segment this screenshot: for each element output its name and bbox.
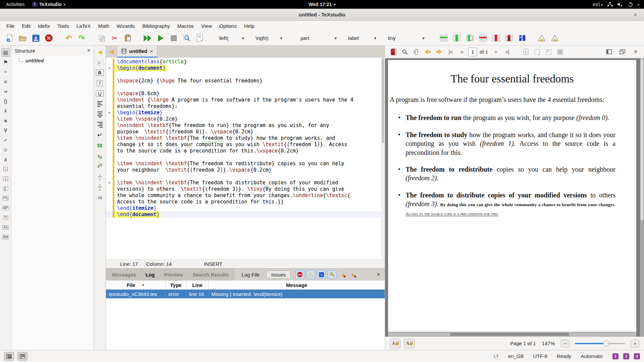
pdf-forward-icon[interactable] xyxy=(434,47,444,57)
bookmark-1-button[interactable]: 1 xyxy=(612,353,619,359)
previous-error-button[interactable]: ◀ xyxy=(338,270,347,279)
slider-thumb[interactable] xyxy=(603,341,609,347)
tikz-icon[interactable]: TI xyxy=(1,214,10,222)
pdf-view-area[interactable]: The four essential freedoms A program is… xyxy=(385,58,644,337)
window-close-button[interactable]: × xyxy=(631,11,639,19)
code-line[interactable] xyxy=(106,71,385,78)
pdf-document-icon[interactable] xyxy=(388,47,398,57)
pdf-close-button[interactable]: × xyxy=(631,47,641,57)
operators-icon[interactable]: ∀ xyxy=(1,126,10,134)
sqrt-icon[interactable]: √x xyxy=(95,193,105,202)
save-button[interactable] xyxy=(30,33,42,44)
show-markers-toggle[interactable] xyxy=(328,270,336,279)
previous-document-icon[interactable]: ◀ xyxy=(106,46,117,58)
code-line[interactable]: \hspace{2cm} {\huge The four essential f… xyxy=(106,78,385,84)
fold-marker-icon[interactable]: ▼ xyxy=(106,180,113,186)
greek-letters-icon[interactable]: λ xyxy=(1,107,10,115)
accents-icon[interactable]: á xyxy=(1,155,10,164)
align-center-icon[interactable] xyxy=(95,110,105,119)
code-line[interactable]: \end{document} xyxy=(106,212,385,218)
superscript-icon[interactable]: x xyxy=(95,162,105,171)
arrows-icon[interactable]: ⇒ xyxy=(1,87,10,96)
bookmark-3-button[interactable]: 3 xyxy=(634,353,640,359)
next-page-icon[interactable]: » xyxy=(491,47,501,57)
code-line[interactable]: your neighbour \textit{(freedom 2)}.\vsp… xyxy=(106,167,385,173)
align-table-columns-button[interactable] xyxy=(516,33,528,44)
menu-item-math[interactable]: Math xyxy=(94,22,113,30)
close-file-button[interactable] xyxy=(43,33,55,44)
bookmark-2-button[interactable]: 2 xyxy=(623,353,629,359)
math-mode-icon[interactable]: $$ xyxy=(95,141,105,150)
code-line[interactable]: ▼\begin{itemize} xyxy=(106,110,385,116)
encoding-selector[interactable]: UTF-8 xyxy=(533,353,547,359)
previous-page-icon[interactable]: « xyxy=(457,47,467,57)
languagetool-status[interactable]: LT xyxy=(494,354,499,359)
italic-icon[interactable]: I xyxy=(95,79,105,87)
structure-root-item[interactable]: untitled xyxy=(17,58,94,63)
pstricks-icon[interactable]: PS xyxy=(1,194,10,202)
special-symbols-icon[interactable]: ∗ xyxy=(1,175,10,183)
left-delimiter-combo[interactable]: \left(▼ xyxy=(215,33,248,43)
activities-button[interactable]: Activities xyxy=(3,1,27,8)
code-line[interactable]: Access to the source code is a precondit… xyxy=(106,199,385,205)
language-selector[interactable]: en_GB xyxy=(508,353,524,359)
code-line[interactable]: versions} to others \textit{(freedom 3)}… xyxy=(106,186,385,192)
open-file-button[interactable] xyxy=(16,33,29,44)
volume-muted-icon[interactable] xyxy=(618,2,623,7)
zoom-in-button[interactable]: + xyxy=(631,340,639,348)
code-line[interactable]: \end{itemize} xyxy=(106,205,385,212)
metapost-icon[interactable]: MP xyxy=(1,204,10,212)
math-operators-icon[interactable]: ÷ xyxy=(1,68,10,76)
font-size-combo[interactable]: tiny▼ xyxy=(384,33,428,43)
chevron-down-icon[interactable]: ▾ xyxy=(638,3,639,6)
text-page-mode-icon[interactable] xyxy=(544,47,554,57)
cut-table-column-button[interactable] xyxy=(503,33,515,44)
menu-item-help[interactable]: Help xyxy=(240,22,258,30)
tab-close-button[interactable]: × xyxy=(150,48,153,54)
toggle-bottom-panel-button[interactable] xyxy=(17,352,28,361)
log-tab-log[interactable]: Log xyxy=(141,272,160,278)
check-symbols-icon[interactable]: ✓ xyxy=(1,136,10,144)
structure-panel-icon[interactable]: ▤ xyxy=(1,48,10,57)
show-badboxes-toggle[interactable]: ↘ xyxy=(317,270,326,279)
log-header-line[interactable]: Line xyxy=(186,281,209,289)
cut-button[interactable]: ✂ xyxy=(108,33,121,44)
code-line[interactable]: \noindent \textbf{The freedom to run} th… xyxy=(106,122,385,129)
network-icon[interactable] xyxy=(607,2,613,7)
sectioning-combo[interactable]: part▼ xyxy=(297,33,340,43)
code-line[interactable]: the whole community a chance to benefit … xyxy=(106,192,385,199)
windowed-viewer-icon[interactable] xyxy=(617,47,627,57)
zoom-out-button[interactable]: − xyxy=(561,340,570,348)
bold-icon[interactable]: B xyxy=(95,68,105,77)
menu-item-tools[interactable]: Tools xyxy=(54,22,73,30)
last-page-icon[interactable]: »| xyxy=(502,47,512,57)
menu-item-view[interactable]: View xyxy=(198,22,216,30)
toggle-side-panel-button[interactable] xyxy=(4,352,14,361)
undo-button[interactable]: ↶ xyxy=(62,33,75,44)
app-menu-button[interactable]: T TeXstudio ▾ xyxy=(30,1,67,8)
code-line[interactable]: \vspace{0.6cm} xyxy=(106,90,385,97)
pdf-hscroll-handle[interactable] xyxy=(450,333,569,336)
fraction-icon[interactable]: xy xyxy=(95,172,105,181)
new-file-button[interactable] xyxy=(3,33,16,44)
log-header-file[interactable]: File▼ xyxy=(106,281,166,289)
beamer-icon[interactable]: BM xyxy=(1,233,10,241)
pdf-search-icon[interactable] xyxy=(400,47,410,57)
continuous-mode-icon[interactable] xyxy=(532,47,542,57)
left-delimiters-icon[interactable]: ([· xyxy=(1,184,10,193)
asymptote-icon[interactable]: AS xyxy=(1,223,10,232)
add-table-column-button[interactable] xyxy=(450,33,463,44)
code-line[interactable]: \documentclass{article} xyxy=(106,59,385,65)
build-and-view-button[interactable] xyxy=(141,33,154,44)
code-line[interactable]: \item \vspace{0.2cm} xyxy=(106,116,385,122)
pdf-vertical-scrollbar[interactable] xyxy=(640,58,644,337)
show-errors-toggle[interactable] xyxy=(296,270,304,279)
bookmarks-panel-icon[interactable]: ⚑ xyxy=(1,58,10,66)
reference-combo[interactable]: label▼ xyxy=(345,33,380,43)
code-line[interactable]: essential freedoms}: xyxy=(106,103,385,110)
log-file-button[interactable]: Log File xyxy=(237,272,263,278)
newline-icon[interactable]: ↵ xyxy=(95,131,105,139)
code-line[interactable]: \item \noindent \textbf{The freedom to s… xyxy=(106,135,385,141)
code-line[interactable]: to the source code is a precondition for… xyxy=(106,148,385,154)
clock-button[interactable]: Wed 17:21 xyxy=(309,2,335,7)
